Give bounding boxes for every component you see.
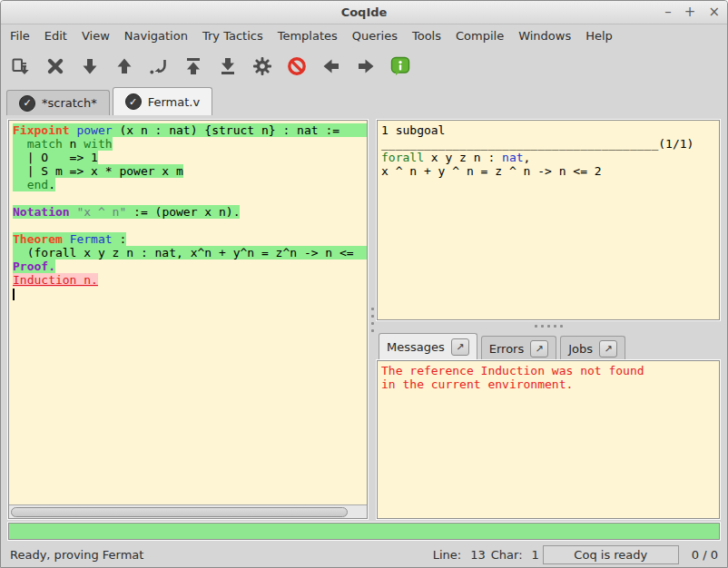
code-line: | S m => x * power x m (13, 164, 367, 178)
message-tab-label: Jobs (568, 342, 593, 356)
status-message: Ready, proving Fermat (10, 548, 433, 562)
menu-windows[interactable]: Windows (511, 26, 578, 45)
detach-icon[interactable]: ↗ (451, 338, 469, 356)
code-line: Induction n. (13, 273, 367, 287)
code-line: | O => 1 (13, 151, 367, 164)
check-circle-icon: ✓ (125, 93, 142, 110)
message-tab-label: Messages (387, 340, 445, 354)
message-tab-jobs[interactable]: Jobs↗ (560, 336, 625, 360)
back-button[interactable] (317, 52, 345, 80)
maximize-icon[interactable]: + (684, 5, 696, 19)
menu-compile[interactable]: Compile (448, 26, 511, 45)
text-cursor (13, 289, 15, 300)
job-counter: 0 / 0 (692, 548, 718, 562)
back-icon (320, 55, 342, 77)
code-line: Theorem Fermat : (13, 232, 367, 246)
window-controls: – + × (664, 1, 720, 24)
up-button[interactable] (110, 52, 138, 80)
message-line: The reference Induction was not found (381, 364, 719, 377)
statusbar: Ready, proving Fermat Line: 13 Char: 1 C… (1, 543, 727, 567)
titlebar[interactable]: CoqIde – + × (1, 1, 727, 24)
forward-icon (355, 55, 377, 77)
window-title: CoqIde (341, 5, 388, 19)
messages-pane[interactable]: The reference Induction was not foundin … (377, 360, 720, 519)
forward-button[interactable] (351, 52, 379, 80)
gear-button[interactable] (248, 52, 276, 80)
horizontal-splitter[interactable] (377, 320, 720, 332)
interrupt-button[interactable] (282, 52, 310, 80)
tab--scratch-[interactable]: ✓*scratch* (6, 90, 110, 115)
end-button[interactable] (213, 52, 241, 80)
code-line: end. (13, 178, 367, 191)
scrollbar-thumb[interactable] (11, 507, 348, 517)
menu-try-tactics[interactable]: Try Tactics (195, 26, 271, 45)
char-value: 1 (532, 548, 539, 562)
main-area: Fixpoint power (x n : nat) {struct n} : … (1, 115, 727, 519)
goals-pane[interactable]: 1 subgoal_______________________________… (377, 120, 720, 320)
menu-templates[interactable]: Templates (271, 26, 345, 45)
down-button[interactable] (75, 52, 103, 80)
gear-icon (251, 55, 273, 77)
interrupt-icon (286, 55, 308, 77)
tab-fermat-v[interactable]: ✓Fermat.v (113, 87, 212, 115)
coq-status: Coq is ready (543, 545, 679, 564)
message-tab-messages[interactable]: Messages↗ (379, 333, 477, 360)
menu-edit[interactable]: Edit (37, 26, 74, 45)
code-line: Notation "x ^ n" := (power x n). (13, 205, 367, 219)
menu-queries[interactable]: Queries (345, 26, 405, 45)
code-line (13, 287, 367, 300)
menu-tools[interactable]: Tools (405, 26, 448, 45)
code-line: _______________________________________(… (381, 137, 719, 151)
close-icon (44, 55, 66, 77)
document-tabbar: ✓*scratch*✓Fermat.v (1, 87, 727, 115)
menu-file[interactable]: File (3, 26, 37, 45)
check-circle-icon: ✓ (19, 95, 35, 112)
save-button[interactable] (6, 52, 34, 80)
char-label: Char: (491, 548, 523, 562)
code-line: Fixpoint power (x n : nat) {struct n} : … (13, 123, 367, 137)
start-icon (182, 55, 204, 77)
code-editor[interactable]: Fixpoint power (x n : nat) {struct n} : … (9, 121, 367, 504)
code-line: 1 subgoal (381, 123, 719, 137)
code-line: Proof. (13, 260, 367, 273)
detach-icon[interactable]: ↗ (599, 340, 617, 357)
toolbar (1, 46, 727, 87)
minimize-icon[interactable]: – (664, 5, 672, 19)
goto-cursor-button[interactable] (144, 52, 172, 80)
save-icon (10, 55, 32, 77)
menubar: FileEditViewNavigationTry TacticsTemplat… (1, 24, 727, 46)
horizontal-scrollbar[interactable] (9, 504, 367, 518)
message-tab-errors[interactable]: Errors↗ (481, 336, 556, 360)
tab-label: Fermat.v (148, 95, 200, 109)
end-icon (217, 55, 239, 77)
code-line (13, 191, 367, 205)
menu-view[interactable]: View (74, 26, 117, 45)
about-button[interactable] (386, 52, 414, 80)
message-line: in the current environment. (381, 377, 719, 391)
right-column: 1 subgoal_______________________________… (377, 120, 720, 519)
start-button[interactable] (179, 52, 207, 80)
code-line: (forall x y z n : nat, x^n + y^n = z^n -… (13, 246, 367, 260)
script-pane: Fixpoint power (x n : nat) {struct n} : … (8, 120, 368, 519)
about-icon (389, 55, 411, 77)
line-label: Line: (433, 548, 461, 562)
code-line: x ^ n + y ^ n = z ^ n -> n <= 2 (381, 164, 719, 178)
down-icon (79, 55, 101, 77)
tab-label: *scratch* (42, 96, 97, 110)
menu-navigation[interactable]: Navigation (117, 26, 195, 45)
code-line: forall x y z n : nat, (381, 151, 719, 164)
menu-help[interactable]: Help (578, 26, 620, 45)
message-tab-label: Errors (489, 342, 524, 356)
goto-cursor-icon (148, 55, 170, 77)
coqide-window: CoqIde – + × FileEditViewNavigationTry T… (0, 0, 728, 568)
vertical-splitter[interactable] (368, 120, 377, 519)
close-icon[interactable]: × (708, 5, 720, 19)
close-button[interactable] (41, 52, 69, 80)
detach-icon[interactable]: ↗ (530, 340, 548, 357)
progress-bar (8, 523, 720, 540)
code-line (13, 219, 367, 232)
up-icon (113, 55, 135, 77)
code-line: match n with (13, 137, 367, 151)
line-value: 13 (470, 548, 486, 562)
message-tabbar: Messages↗Errors↗Jobs↗ (377, 332, 720, 360)
